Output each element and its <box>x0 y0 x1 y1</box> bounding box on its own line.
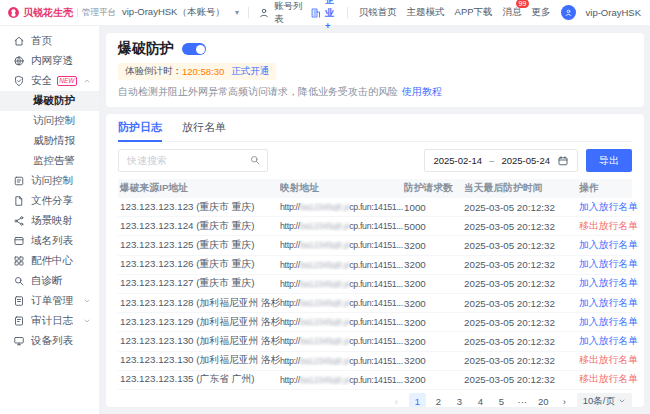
pagination-page-4[interactable]: 4 <box>472 393 489 407</box>
request-count-cell: 3200 <box>404 317 464 328</box>
account-list-link[interactable]: 账号列表 <box>258 0 310 26</box>
table-row: 123.123.123.123 (重庆市 重庆)http://ba12345q8… <box>118 198 632 217</box>
search-icon[interactable] <box>249 154 261 166</box>
tab-protection-log[interactable]: 防护日志 <box>118 114 162 141</box>
sidebar-item-label: 自诊断 <box>31 274 63 288</box>
top-right-nav: 企业+ 贝锐首页主题模式APP下载消息99更多 vip-OrayHSK <box>310 0 650 31</box>
source-ip-cell: 123.123.123.128 (加利福尼亚州 洛杉矶) <box>118 297 280 310</box>
add-to-allowlist-link[interactable]: 加入放行名单 <box>579 201 638 212</box>
source-ip: 123.123.123.130 <box>120 335 194 346</box>
date-range-picker[interactable]: 2025-02-14 – 2025-05-24 <box>424 149 578 172</box>
add-to-allowlist-link[interactable]: 加入放行名单 <box>579 316 638 327</box>
sidebar-subitem-blast-protection[interactable]: 爆破防护 <box>0 91 99 111</box>
description-text: 自动检测并阻止外网异常高频访问请求，降低业务受攻击的风险 <box>118 86 398 97</box>
add-to-allowlist-link[interactable]: 加入放行名单 <box>579 297 638 308</box>
pagination-page-3[interactable]: 3 <box>451 393 468 407</box>
sidebar-item-label: 首页 <box>31 34 52 48</box>
source-ip-cell: 123.123.123.129 (加利福尼亚州 洛杉矶) <box>118 316 280 329</box>
source-location: (重庆市 重庆) <box>194 239 255 250</box>
brand-name: 贝锐花生壳 <box>23 6 73 20</box>
table-row: 123.123.123.125 (重庆市 重庆)http://ba12345q8… <box>118 236 632 255</box>
url-suffix: cp.fun:14151... <box>349 260 403 270</box>
mapped-url-cell: http://ba12345q8.yicp.fun:14151... <box>280 221 404 231</box>
chevron-down-icon: ▾ <box>235 8 239 17</box>
pagination-page-1[interactable]: 1 <box>409 393 426 407</box>
sidebar-item-access-control-main[interactable]: 访问控制 <box>0 171 99 191</box>
last-protection-time-cell: 2025-03-05 20:12:32 <box>464 317 579 328</box>
request-count-cell: 3200 <box>404 355 464 366</box>
source-location: (重庆市 重庆) <box>194 220 255 231</box>
pagination-next[interactable]: › <box>556 393 573 407</box>
remove-from-allowlist-link[interactable]: 移出放行名单 <box>579 373 638 384</box>
sidebar-item-intranet-penetration[interactable]: 内网穿透 <box>0 51 99 71</box>
sidebar: 首页内网穿透安全中心NEW爆破防护访问控制威胁情报监控告警访问控制文件分享场景映… <box>0 26 100 414</box>
top-nav-links: 贝锐首页主题模式APP下载消息99更多 <box>359 6 551 19</box>
sidebar-item-scene-mapping[interactable]: 场景映射 <box>0 211 99 231</box>
add-to-allowlist-link[interactable]: 加入放行名单 <box>579 335 638 346</box>
sidebar-item-device-list[interactable]: 设备列表 <box>0 331 99 351</box>
source-ip-cell: 123.123.123.123 (重庆市 重庆) <box>118 201 280 214</box>
url-prefix: http:// <box>280 298 300 308</box>
request-count-cell: 3200 <box>404 374 464 385</box>
sidebar-item-domain-list[interactable]: 域名列表 <box>0 231 99 251</box>
url-masked-part: ba12345q8.yi <box>300 298 349 308</box>
nav-more[interactable]: 更多 <box>532 6 551 19</box>
add-to-allowlist-link[interactable]: 加入放行名单 <box>579 258 638 269</box>
mapped-url-cell: http://ba12345q8.yicp.fun:14151... <box>280 279 404 289</box>
sidebar-item-security-center[interactable]: 安全中心NEW <box>0 71 99 91</box>
url-masked-part: ba12345q8.yi <box>300 317 349 327</box>
account-switcher-dropdown[interactable]: vip-OrayHSK（本账号） ▾ <box>122 6 239 19</box>
sidebar-subitem-access-control[interactable]: 访问控制 <box>0 111 99 131</box>
sidebar-item-self-diagnosis[interactable]: 自诊断 <box>0 271 99 291</box>
pagination-page-20[interactable]: 20 <box>535 393 552 407</box>
pagination-ellipsis: ··· <box>514 393 531 407</box>
source-ip: 123.123.123.128 <box>120 297 194 308</box>
add-to-allowlist-link[interactable]: 加入放行名单 <box>579 277 638 288</box>
nav-beirui-home[interactable]: 贝锐首页 <box>359 6 397 19</box>
table-header-row: 爆破来源IP地址映射地址防护请求数当天最后防护时间操作 <box>118 179 632 198</box>
scene-icon <box>13 215 25 227</box>
sidebar-subitem-monitor-alerts[interactable]: 监控告警 <box>0 151 99 171</box>
page-size-select[interactable]: 10条/页 <box>577 393 632 407</box>
nav-theme-mode[interactable]: 主题模式 <box>407 6 445 19</box>
search-input[interactable] <box>118 149 268 172</box>
current-username[interactable]: vip-OrayHSK <box>586 7 641 18</box>
mapped-url-cell: http://ba12345q8.yicp.fun:14151... <box>280 202 404 212</box>
sidebar-item-home[interactable]: 首页 <box>0 31 99 51</box>
source-ip-cell: 123.123.123.125 (重庆市 重庆) <box>118 239 280 252</box>
add-to-allowlist-link[interactable]: 加入放行名单 <box>579 239 638 250</box>
doc-list-icon <box>13 175 25 187</box>
sidebar-item-audit-log[interactable]: 审计日志 <box>0 311 99 331</box>
activate-link[interactable]: 正式开通 <box>231 65 269 78</box>
export-button[interactable]: 导出 <box>586 149 632 172</box>
device-icon <box>13 335 25 347</box>
sidebar-item-parts-center[interactable]: 配件中心 <box>0 251 99 271</box>
tutorial-link[interactable]: 使用教程 <box>402 86 442 97</box>
top-bar: 贝锐花生壳 管理平台 vip-OrayHSK（本账号） ▾ 账号列表 企业+ 贝… <box>0 0 650 26</box>
source-ip-cell: 123.123.123.130 (加利福尼亚州 洛杉矶) <box>118 335 280 348</box>
mapped-url-cell: http://ba12345q8.yicp.fun:14151... <box>280 240 404 250</box>
nav-app-download[interactable]: APP下载 <box>455 6 493 19</box>
tab-allowlist[interactable]: 放行名单 <box>182 114 226 141</box>
pagination-page-2[interactable]: 2 <box>430 393 447 407</box>
mapped-url-cell: http://ba12345q8.yicp.fun:14151... <box>280 298 404 308</box>
sidebar-item-order-management[interactable]: 订单管理 <box>0 291 99 311</box>
request-count-cell: 1000 <box>404 202 464 213</box>
pagination-page-5[interactable]: 5 <box>493 393 510 407</box>
divider <box>77 8 78 17</box>
nav-messages[interactable]: 消息99 <box>503 6 522 19</box>
pagination-prev[interactable]: ‹ <box>388 393 405 407</box>
sidebar-subitem-threat-intelligence[interactable]: 威胁情报 <box>0 131 99 151</box>
message-badge: 99 <box>516 0 530 8</box>
remove-from-allowlist-link[interactable]: 移出放行名单 <box>579 220 638 231</box>
controls-right: 2025-02-14 – 2025-05-24 导出 <box>424 149 632 172</box>
request-count-cell: 3200 <box>404 298 464 309</box>
enterprise-link[interactable]: 企业+ <box>310 0 336 31</box>
sidebar-item-file-sharing[interactable]: 文件分享 <box>0 191 99 211</box>
avatar[interactable] <box>561 5 576 20</box>
sidebar-item-label: 访问控制 <box>31 174 73 188</box>
url-masked-part: ba12345q8.yi <box>300 375 349 385</box>
last-protection-time-cell: 2025-03-05 20:12:32 <box>464 221 579 232</box>
protection-toggle[interactable] <box>182 43 206 55</box>
remove-from-allowlist-link[interactable]: 移出放行名单 <box>579 354 638 365</box>
